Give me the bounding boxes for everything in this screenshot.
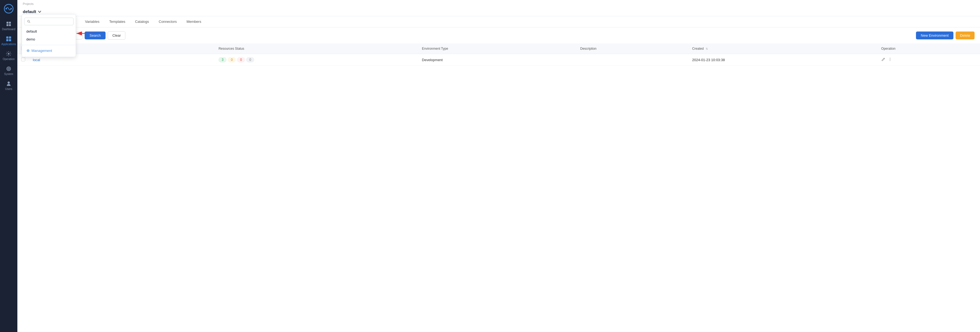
- row-description-cell: [576, 54, 688, 66]
- environments-table: Environment Name ⇅ Resources Status Envi…: [18, 43, 980, 66]
- svg-point-12: [28, 21, 30, 22]
- environment-name-link[interactable]: local: [33, 58, 40, 62]
- col-header-type: Environment Type: [418, 43, 576, 54]
- row-status-cell: 3 0 0 0: [215, 54, 418, 66]
- tab-variables[interactable]: Variables: [80, 16, 104, 27]
- sidebar-item-dashboard[interactable]: Dashboard: [0, 19, 18, 34]
- status-badge-green: 3: [218, 57, 227, 62]
- row-operation-cell: [877, 54, 980, 66]
- dropdown-search-wrap: [24, 18, 73, 25]
- arrow-indicator: [74, 29, 96, 38]
- more-icon[interactable]: [888, 57, 892, 62]
- status-badge-yellow: 0: [228, 57, 236, 62]
- svg-rect-9: [6, 39, 8, 41]
- svg-rect-8: [9, 37, 11, 38]
- svg-rect-10: [9, 39, 11, 41]
- svg-rect-4: [9, 22, 11, 24]
- svg-point-1: [5, 8, 7, 9]
- sidebar-item-system[interactable]: System: [0, 63, 18, 78]
- sidebar-item-users[interactable]: Users: [0, 78, 18, 93]
- new-environment-button[interactable]: New Environment: [916, 32, 954, 39]
- col-header-description: Description: [576, 43, 688, 54]
- main-content: Projects default default demo: [18, 0, 980, 332]
- svg-line-13: [29, 22, 30, 23]
- clear-button[interactable]: Clear: [108, 31, 125, 40]
- sort-created-icon: ⇅: [706, 47, 708, 50]
- col-header-status: Resources Status: [215, 43, 418, 54]
- dropdown-search-input[interactable]: [32, 19, 70, 23]
- table-header-row: Environment Name ⇅ Resources Status Envi…: [18, 43, 980, 54]
- svg-point-2: [10, 8, 12, 9]
- sidebar-item-operation[interactable]: Operation: [0, 48, 18, 63]
- row-type-cell: Development: [418, 54, 576, 66]
- project-selector[interactable]: default: [23, 9, 41, 14]
- tab-connectors[interactable]: Connectors: [154, 16, 181, 27]
- selected-project: default: [23, 9, 36, 14]
- sidebar: Dashboard Applications Operation System …: [0, 0, 18, 332]
- status-badge-red: 0: [237, 57, 245, 62]
- col-header-operation: Operation: [877, 43, 980, 54]
- row-checkbox[interactable]: [21, 57, 25, 61]
- svg-point-19: [890, 58, 890, 58]
- svg-point-14: [27, 50, 29, 51]
- dropdown-item-demo[interactable]: demo: [22, 35, 76, 43]
- svg-rect-7: [6, 37, 8, 38]
- toolbar: Search Clear New Environment Delete: [18, 27, 980, 43]
- col-header-created[interactable]: Created ⇅: [688, 43, 877, 54]
- edit-icon[interactable]: [881, 57, 885, 62]
- dropdown-item-default[interactable]: default: [22, 27, 76, 35]
- project-dropdown: default demo Management: [22, 14, 76, 57]
- table-row: local 3 0 0 0 Development: [18, 54, 980, 66]
- header: Projects default default demo: [18, 0, 980, 16]
- tab-templates[interactable]: Templates: [104, 16, 130, 27]
- logo: [0, 0, 18, 18]
- status-badges: 3 0 0 0: [218, 57, 414, 62]
- sidebar-item-applications[interactable]: Applications: [0, 34, 18, 48]
- row-created-cell: 2024-01-23 10:03:38: [688, 54, 877, 66]
- svg-rect-5: [6, 24, 8, 26]
- management-gear-icon: [26, 49, 30, 53]
- search-icon: [27, 20, 30, 23]
- operation-icons: [881, 57, 976, 62]
- environments-table-container: Environment Name ⇅ Resources Status Envi…: [18, 43, 980, 332]
- svg-point-21: [890, 60, 890, 61]
- delete-button[interactable]: Delete: [956, 32, 975, 39]
- svg-rect-3: [6, 22, 8, 24]
- tab-members[interactable]: Members: [181, 16, 206, 27]
- projects-label: Projects: [23, 2, 41, 5]
- svg-point-11: [8, 53, 10, 54]
- svg-rect-6: [9, 24, 11, 26]
- tab-catalogs[interactable]: Catalogs: [130, 16, 154, 27]
- status-badge-gray: 0: [246, 57, 254, 62]
- dropdown-management[interactable]: Management: [22, 47, 76, 54]
- tabs: Environments Workflows Variables Templat…: [18, 16, 980, 27]
- svg-point-20: [890, 59, 890, 59]
